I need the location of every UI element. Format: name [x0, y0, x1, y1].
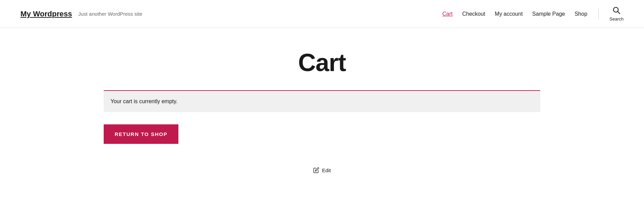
search-button[interactable]: Search: [610, 6, 624, 22]
edit-icon: [313, 167, 319, 173]
search-label: Search: [610, 16, 624, 22]
nav-link-shop[interactable]: Shop: [574, 11, 587, 17]
return-to-shop-button[interactable]: RETURN TO SHOP: [104, 124, 178, 144]
page-title-section: Cart: [104, 28, 540, 90]
nav-link-checkout[interactable]: Checkout: [462, 11, 485, 17]
page-title: Cart: [104, 49, 540, 77]
site-title[interactable]: My Wordpress: [20, 10, 72, 18]
nav-link-cart[interactable]: Cart: [442, 11, 453, 17]
edit-section: Edit: [104, 160, 540, 187]
header-left: My Wordpress Just another WordPress site: [20, 10, 142, 18]
nav-divider: [598, 9, 599, 19]
nav-link-sample-page[interactable]: Sample Page: [532, 11, 565, 17]
search-icon: [612, 6, 620, 14]
main-content: Cart Your cart is currently empty. RETUR…: [83, 28, 561, 187]
edit-link[interactable]: Edit: [322, 167, 331, 173]
nav-link-my-account[interactable]: My account: [495, 11, 523, 17]
svg-line-1: [618, 12, 620, 14]
site-tagline: Just another WordPress site: [78, 11, 142, 17]
site-header: My Wordpress Just another WordPress site…: [0, 0, 644, 28]
header-right: Cart Checkout My account Sample Page Sho…: [442, 6, 624, 22]
main-nav: Cart Checkout My account Sample Page Sho…: [442, 11, 587, 17]
cart-empty-notice: Your cart is currently empty.: [104, 91, 540, 112]
